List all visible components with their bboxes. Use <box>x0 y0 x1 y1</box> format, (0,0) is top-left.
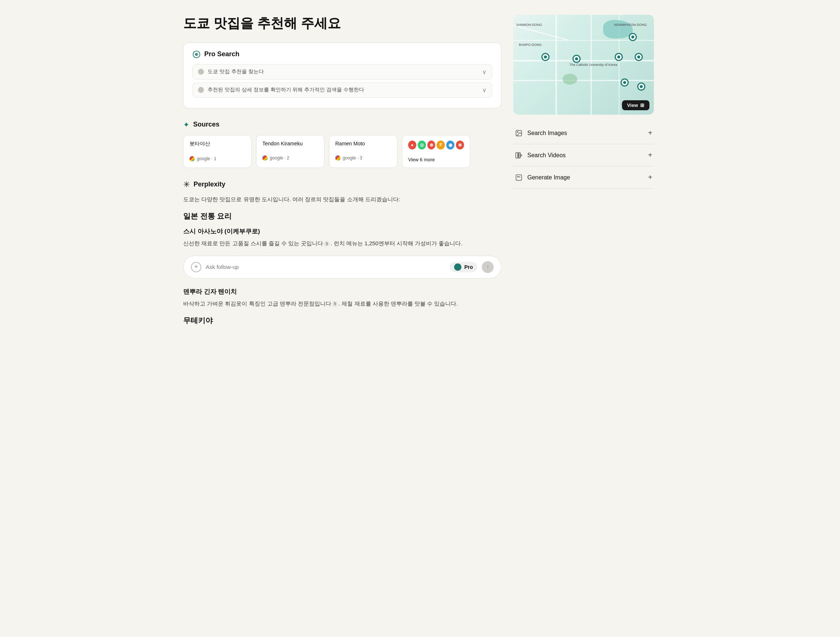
source-footer-1: google · 1 <box>189 156 245 161</box>
pro-toggle-dot <box>454 263 461 271</box>
step-text-1: 도쿄 맛집 추천을 찾는다 <box>208 68 264 75</box>
search-images-icon <box>515 129 523 137</box>
svg-rect-4 <box>518 153 518 154</box>
generate-image-icon <box>515 173 523 181</box>
svg-rect-5 <box>518 153 519 154</box>
map-view-label: View <box>627 102 638 108</box>
search-videos-label: Search Videos <box>527 152 566 159</box>
map-green <box>562 74 577 85</box>
step-text-2: 추천된 맛집의 상세 정보를 확인하기 위해 추가적인 검색을 수행한다 <box>208 87 364 93</box>
map-pin-2[interactable] <box>542 53 549 61</box>
send-button[interactable]: ↑ <box>482 261 494 273</box>
perplexity-icon: ✳ <box>183 180 190 189</box>
search-images-action[interactable]: Search Images + <box>513 122 654 144</box>
search-videos-action[interactable]: Search Videos + <box>513 144 654 167</box>
plus-button[interactable]: + <box>191 262 201 272</box>
generate-image-plus-icon: + <box>648 173 652 181</box>
svg-rect-7 <box>518 155 519 156</box>
perplexity-header: ✳ Perplexity <box>183 180 501 189</box>
map-pin-6[interactable] <box>621 79 629 87</box>
svg-rect-8 <box>518 156 518 157</box>
restaurant-title-1: 스시 아사노야 (이케부쿠로) <box>183 227 501 236</box>
source-ref-1: google · 1 <box>197 156 216 161</box>
search-images-label: Search Images <box>527 130 567 137</box>
answer-intro: 도쿄는 다양한 맛집으로 유명한 도시입니다. 여러 장르의 맛집들을 소개해 … <box>183 195 501 204</box>
map-background: JAMWON-DONG NONNHYEON-DONG BANPO-DONG Th… <box>513 15 654 115</box>
perplexity-label: Perplexity <box>194 181 225 188</box>
source-name-2: Tendon Kirameku <box>262 140 318 147</box>
svg-rect-10 <box>516 175 522 180</box>
source-card-3[interactable]: Ramen Moto google · 3 <box>329 135 398 168</box>
map-container: JAMWON-DONG NONNHYEON-DONG BANPO-DONG Th… <box>513 15 654 115</box>
page-title: 도쿄 맛집을 추천해 주세요 <box>183 15 501 32</box>
map-label-1: JAMWON-DONG <box>516 23 542 27</box>
more-icons: ● ◎ ⊕ F ◉ ⊗ <box>408 140 464 150</box>
source-footer-2: google · 2 <box>262 155 318 161</box>
view-more-label: View 6 more <box>408 157 464 162</box>
pro-toggle-label: Pro <box>464 264 473 270</box>
more-icon-5: ◉ <box>446 140 455 150</box>
more-icon-4: F <box>437 140 445 150</box>
source-name-3: Ramen Moto <box>335 140 391 147</box>
map-road-2 <box>513 80 654 81</box>
map-pin-7[interactable] <box>637 82 645 91</box>
search-videos-icon <box>515 151 523 159</box>
search-images-plus-icon: + <box>648 129 652 137</box>
svg-point-2 <box>517 131 518 132</box>
map-label-4: The Catholic University of Korea <box>570 63 617 66</box>
map-grid-icon: ⊞ <box>640 102 644 108</box>
source-card-1[interactable]: 봇타야산 google · 1 <box>183 135 252 168</box>
pro-search-header: Pro Search <box>193 50 492 58</box>
map-road-1 <box>513 60 654 61</box>
source-footer-3: google · 3 <box>335 155 391 161</box>
svg-rect-6 <box>518 155 518 156</box>
restaurant-2: 덴뿌라 긴자 텐이치 바삭하고 가벼운 튀김옷이 특징인 고급 덴뿌라 전문점입… <box>183 287 501 309</box>
more-icon-3: ⊕ <box>427 140 436 150</box>
source-card-2[interactable]: Tendon Kirameku google · 2 <box>256 135 325 168</box>
search-videos-plus-icon: + <box>648 151 652 159</box>
source-card-more[interactable]: ● ◎ ⊕ F ◉ ⊗ View 6 more <box>402 135 471 168</box>
bottom-title: 무테키야 <box>183 315 501 326</box>
map-view-button[interactable]: View ⊞ <box>622 100 649 110</box>
pro-search-label: Pro Search <box>204 50 239 58</box>
sources-header: ✦ Sources <box>183 120 501 129</box>
map-label-3: BANPO-DONG <box>519 43 542 47</box>
follow-up-container: + Pro ↑ <box>183 255 501 279</box>
map-pin-1[interactable] <box>629 33 637 41</box>
chevron-down-icon-2: ∨ <box>482 87 486 94</box>
search-step-1[interactable]: 도쿄 맛집 추천을 찾는다 ∨ <box>193 65 492 80</box>
google-icon-2 <box>262 155 268 161</box>
google-icon-3 <box>335 155 340 161</box>
google-icon-1 <box>189 156 195 161</box>
sources-icon: ✦ <box>183 120 189 129</box>
map-road-7 <box>513 25 568 40</box>
search-step-2[interactable]: 추천된 맛집의 상세 정보를 확인하기 위해 추가적인 검색을 수행한다 ∨ <box>193 82 492 98</box>
source-name-1: 봇타야산 <box>189 140 245 147</box>
map-pin-4[interactable] <box>615 53 623 61</box>
more-icon-6: ⊗ <box>456 140 464 150</box>
restaurant-1: 스시 아사노야 (이케부쿠로) 신선한 재료로 만든 고품질 스시를 즐길 수 … <box>183 227 501 248</box>
more-icon-2: ◎ <box>418 140 426 150</box>
restaurant-title-2: 덴뿌라 긴자 텐이치 <box>183 287 501 296</box>
map-road-4 <box>556 15 557 115</box>
sources-label: Sources <box>193 121 219 128</box>
sidebar: JAMWON-DONG NONNHYEON-DONG BANPO-DONG Th… <box>513 15 654 326</box>
restaurant-desc-1: 신선한 재료로 만든 고품질 스시를 즐길 수 있는 곳입니다9. 런치 메뉴는… <box>183 239 501 248</box>
svg-rect-9 <box>518 156 519 157</box>
source-ref-3: google · 3 <box>343 155 362 161</box>
generate-image-action[interactable]: Generate Image + <box>513 167 654 189</box>
source-ref-2: google · 2 <box>270 155 289 161</box>
chevron-down-icon-1: ∨ <box>482 68 486 76</box>
map-label-2: NONNHYEON-DONG <box>614 23 647 27</box>
pro-toggle[interactable]: Pro <box>450 262 477 272</box>
follow-up-input[interactable] <box>206 264 445 270</box>
citation-2: 9 <box>332 301 338 307</box>
citation-1: 9 <box>324 241 330 247</box>
restaurant-desc-2: 바삭하고 가벼운 튀김옷이 특징인 고급 덴뿌라 전문점입니다9. 제철 재료를… <box>183 299 501 309</box>
step-circle-1 <box>198 69 204 75</box>
pro-search-box: Pro Search 도쿄 맛집 추천을 찾는다 ∨ 추천된 맛집의 상세 정보… <box>183 43 501 109</box>
sources-grid: 봇타야산 google · 1 Tendon Kirameku google ·… <box>183 135 501 168</box>
map-pin-5[interactable] <box>635 53 643 61</box>
map-pin-3[interactable] <box>572 55 581 63</box>
more-icon-1: ● <box>408 140 416 150</box>
